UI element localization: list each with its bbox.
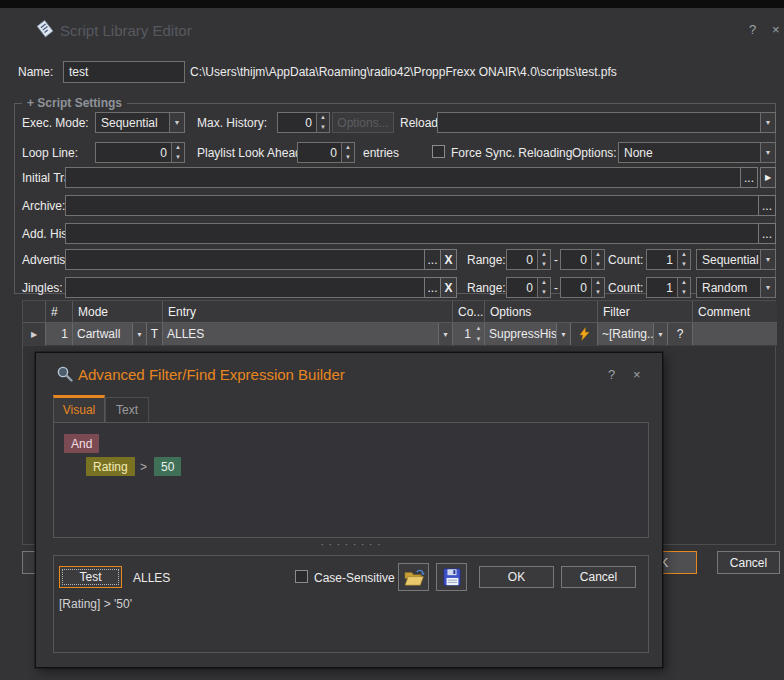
name-label: Name:: [18, 65, 53, 79]
spin-up-icon[interactable]: ▲: [678, 250, 690, 260]
grid-header-entry[interactable]: Entry: [163, 301, 453, 323]
grid-header-options[interactable]: Options: [485, 301, 598, 323]
spin-up-icon[interactable]: ▲: [473, 323, 484, 334]
look-ahead-stepper[interactable]: 0 ▲▼: [297, 142, 355, 163]
expression-value-chip[interactable]: 50: [154, 457, 181, 476]
grid-header-filter[interactable]: Filter: [598, 301, 693, 323]
grid-header-comment[interactable]: Comment: [693, 301, 777, 323]
expression-field-chip[interactable]: Rating: [86, 457, 135, 476]
spin-up-icon[interactable]: ▲: [342, 143, 354, 153]
jingles-mode-select[interactable]: Random ▼: [696, 277, 776, 298]
script-path: C:\Users\thijm\AppData\Roaming\radio42\P…: [190, 65, 617, 79]
case-sensitive-label[interactable]: Case-Sensitive: [314, 571, 395, 585]
initial-track-input[interactable]: [65, 167, 741, 188]
dialog-ok-button[interactable]: OK: [479, 566, 554, 588]
chevron-down-icon[interactable]: ▼: [438, 323, 452, 345]
exec-mode-select[interactable]: Sequential ▼: [95, 112, 185, 133]
expression-comparison[interactable]: >: [138, 457, 149, 476]
jingles-input[interactable]: [65, 277, 425, 298]
initial-track-browse-button[interactable]: ...: [740, 167, 758, 188]
row-options-cell[interactable]: SuppressHis... ▼: [485, 323, 598, 346]
advertising-input[interactable]: [65, 249, 425, 270]
exec-mode-label: Exec. Mode:: [22, 116, 89, 130]
options-value: None: [619, 143, 760, 162]
spin-down-icon[interactable]: ▼: [592, 288, 604, 298]
advertising-range-from-stepper[interactable]: 0 ▲▼: [506, 249, 551, 270]
spin-down-icon[interactable]: ▼: [317, 123, 329, 133]
row-comment-cell[interactable]: [693, 323, 777, 346]
reload-select[interactable]: ▼: [437, 112, 776, 133]
spin-up-icon[interactable]: ▲: [592, 278, 604, 288]
chevron-down-icon[interactable]: ▼: [132, 323, 146, 345]
row-filter-cell[interactable]: ~[Rating... ▼ ?: [598, 323, 693, 346]
filter-expression-builder-dialog: Advanced Filter/Find Expression Builder …: [35, 352, 663, 668]
chevron-down-icon[interactable]: ▼: [653, 323, 667, 345]
entries-label: entries: [363, 146, 399, 160]
close-button[interactable]: ×: [772, 22, 780, 37]
options-select[interactable]: None ▼: [618, 142, 776, 163]
tab-text[interactable]: Text: [105, 397, 149, 422]
tab-visual[interactable]: Visual: [53, 395, 105, 422]
add-history-browse-button[interactable]: ...: [758, 223, 776, 244]
script-settings-group-title[interactable]: + Script Settings: [22, 96, 127, 110]
advertising-mode-select[interactable]: Sequential ▼: [696, 249, 776, 270]
spin-down-icon[interactable]: ▼: [592, 260, 604, 270]
max-history-stepper[interactable]: 0 ▲▼: [277, 112, 330, 133]
spin-up-icon[interactable]: ▲: [172, 143, 184, 153]
row-entry-cell[interactable]: ALLES ▼: [163, 323, 453, 346]
open-filter-button[interactable]: [398, 563, 429, 591]
advertising-clear-button[interactable]: X: [440, 249, 457, 270]
case-sensitive-checkbox[interactable]: [295, 570, 308, 583]
spin-down-icon[interactable]: ▼: [473, 334, 484, 345]
dialog-close-button[interactable]: ×: [633, 367, 641, 382]
save-filter-button[interactable]: [436, 563, 467, 591]
row-mode-cell[interactable]: Cartwall ▼ T: [73, 323, 163, 346]
row-num-cell[interactable]: 1: [46, 323, 73, 346]
test-button[interactable]: Test: [59, 566, 122, 588]
spin-up-icon[interactable]: ▲: [317, 113, 329, 123]
jingles-range-to-stepper[interactable]: 0 ▲▼: [560, 277, 605, 298]
grid-header-count[interactable]: Co...: [453, 301, 485, 323]
magnifier-icon: [56, 365, 74, 386]
spin-up-icon[interactable]: ▲: [538, 250, 550, 260]
jingles-clear-button[interactable]: X: [440, 277, 457, 298]
archive-browse-button[interactable]: ...: [758, 195, 776, 216]
archive-input[interactable]: [65, 195, 759, 216]
jingles-count-stepper[interactable]: 1 ▲▼: [646, 277, 691, 298]
spin-down-icon[interactable]: ▼: [538, 260, 550, 270]
row-type-button[interactable]: T: [146, 323, 162, 345]
spin-down-icon[interactable]: ▼: [538, 288, 550, 298]
expression-operator-chip[interactable]: And: [64, 434, 99, 453]
spin-up-icon[interactable]: ▲: [538, 278, 550, 288]
advertising-browse-button[interactable]: ...: [424, 249, 441, 270]
force-sync-label[interactable]: Force Sync. Reloading: [451, 146, 572, 160]
spin-down-icon[interactable]: ▼: [678, 288, 690, 298]
advertising-range-to-stepper[interactable]: 0 ▲▼: [560, 249, 605, 270]
row-count-cell[interactable]: 1 ▲ ▼: [453, 323, 485, 346]
spin-up-icon[interactable]: ▲: [592, 250, 604, 260]
initial-track-play-button[interactable]: ▶: [760, 167, 776, 188]
help-button[interactable]: ?: [749, 22, 756, 37]
spin-down-icon[interactable]: ▼: [172, 153, 184, 163]
spin-down-icon[interactable]: ▼: [678, 260, 690, 270]
chevron-down-icon[interactable]: ▼: [556, 323, 570, 345]
row-actions-button[interactable]: [570, 323, 597, 345]
force-sync-checkbox[interactable]: [432, 145, 445, 158]
grid-header-mode[interactable]: Mode: [73, 301, 163, 323]
cancel-button[interactable]: Cancel: [717, 551, 780, 574]
spin-up-icon[interactable]: ▲: [678, 278, 690, 288]
add-history-input[interactable]: [65, 223, 759, 244]
row-filter-help-button[interactable]: ?: [667, 323, 692, 345]
grid-header-num[interactable]: #: [46, 301, 73, 323]
jingles-browse-button[interactable]: ...: [424, 277, 441, 298]
dialog-cancel-button[interactable]: Cancel: [561, 566, 636, 588]
name-input[interactable]: test: [63, 61, 185, 83]
advertising-range-label: Range:: [467, 253, 506, 267]
splitter-handle[interactable]: · · · · · · · ·: [276, 539, 426, 550]
spin-down-icon[interactable]: ▼: [342, 153, 354, 163]
expression-canvas[interactable]: And Rating > 50: [53, 422, 649, 538]
loop-line-stepper[interactable]: 0 ▲▼: [95, 142, 185, 163]
advertising-count-stepper[interactable]: 1 ▲▼: [646, 249, 691, 270]
dialog-help-button[interactable]: ?: [608, 367, 615, 382]
jingles-range-from-stepper[interactable]: 0 ▲▼: [506, 277, 551, 298]
